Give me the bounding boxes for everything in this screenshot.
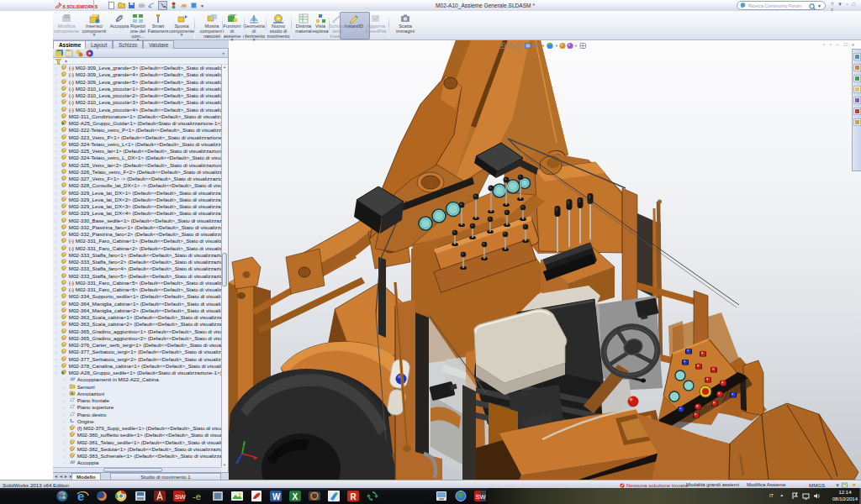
svg-text:X: X [293, 492, 298, 501]
svg-text:-e: -e [193, 491, 201, 501]
svg-text:R: R [351, 492, 357, 501]
svg-text:A: A [71, 391, 73, 395]
svg-text:SW: SW [476, 493, 487, 501]
svg-text:SW: SW [175, 493, 186, 501]
svg-text:W: W [272, 492, 281, 501]
